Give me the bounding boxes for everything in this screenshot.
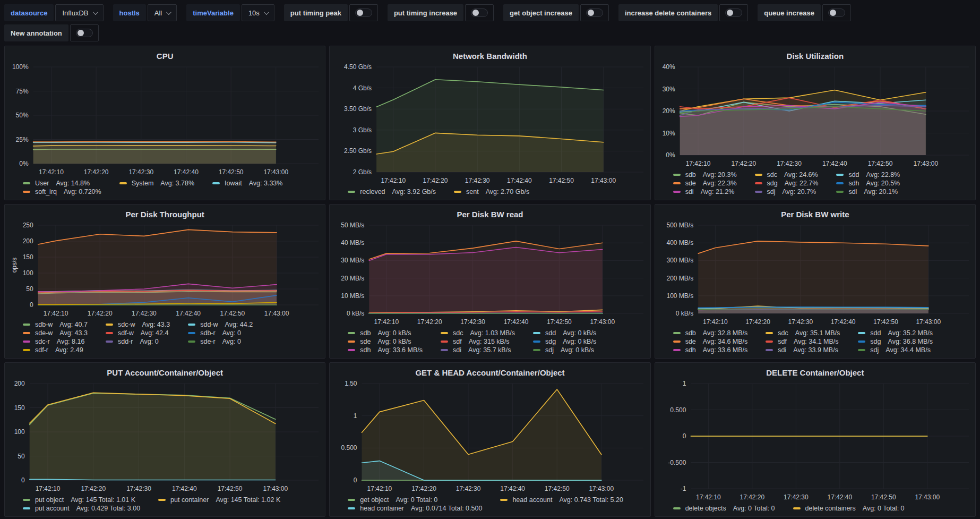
legend-item-sdb[interactable]: sdbAvg: 32.8 MB/s: [673, 329, 748, 337]
legend-item-sdb[interactable]: sdbAvg: 0 kB/s: [348, 329, 423, 337]
legend-item-sdd[interactable]: sddAvg: 35.2 MB/s: [858, 329, 933, 337]
legend-item-sdj[interactable]: sdjAvg: 20.7%: [755, 188, 819, 195]
legend-item-sdc[interactable]: sdcAvg: 35.1 MB/s: [766, 329, 840, 337]
control-get-object-increase: get object increase: [503, 4, 609, 21]
legend-item-sent[interactable]: sentAvg: 2.70 Gb/s: [454, 188, 529, 195]
legend-item-sdf[interactable]: sdfAvg: 34.1 MB/s: [766, 338, 840, 345]
series-label: sdc-w: [118, 321, 135, 328]
legend-item-sdc[interactable]: sdcAvg: 1.03 MB/s: [441, 329, 515, 337]
svg-text:17:43:00: 17:43:00: [916, 318, 941, 326]
panel-title[interactable]: Per Disk BW write: [660, 208, 970, 220]
series-stats: Avg: 145 Total: 1.01 K: [71, 496, 135, 504]
legend-item-sdc[interactable]: sdcAvg: 24.6%: [755, 171, 819, 178]
legend-item-iowait[interactable]: IowaitAvg: 3.33%: [212, 180, 282, 187]
legend-item-sdd-w[interactable]: sdd-wAvg: 44.2: [188, 321, 253, 328]
control-put-timing-peak: put timing peak: [284, 4, 378, 21]
svg-text:17:42:40: 17:42:40: [174, 168, 199, 176]
legend-item-put-container[interactable]: put containerAvg: 145 Total: 1.02 K: [158, 496, 280, 504]
time-series-chart[interactable]: -1-0.50000.500117:42:1017:42:2017:42:301…: [660, 378, 970, 504]
toggle-switch-increase-delete-containers[interactable]: [719, 4, 748, 21]
legend-item-sde-w[interactable]: sde-wAvg: 43.3: [23, 329, 88, 337]
legend-item-head-container[interactable]: head containerAvg: 0.0714 Total: 0.500: [348, 505, 482, 512]
legend-item-sdd[interactable]: sddAvg: 0 kB/s: [533, 329, 596, 337]
legend-item-sdh[interactable]: sdhAvg: 33.6 MB/s: [673, 346, 748, 354]
legend-item-user[interactable]: UserAvg: 14.8%: [23, 180, 101, 187]
toggle-switch-put-timing-increase[interactable]: [465, 4, 494, 21]
legend-item-sdb[interactable]: sdbAvg: 20.3%: [673, 171, 737, 178]
legend-item-sdh[interactable]: sdhAvg: 20.5%: [836, 180, 900, 187]
toggle-switch-put-timing-peak[interactable]: [349, 4, 378, 21]
panel-title[interactable]: DELETE Container/Object: [660, 366, 970, 378]
panel-title[interactable]: Per Disk BW read: [335, 208, 644, 220]
panel-title[interactable]: CPU: [10, 49, 320, 62]
legend-item-sdj[interactable]: sdjAvg: 34.4 MB/s: [858, 346, 933, 354]
legend-item-sdi[interactable]: sdiAvg: 33.9 MB/s: [766, 346, 840, 354]
toggle-switch-queue-increase[interactable]: [822, 4, 851, 21]
series-stats: Avg: 0.0714 Total: 0.500: [411, 505, 482, 512]
svg-text:17:43:00: 17:43:00: [264, 310, 289, 317]
panel-title[interactable]: Disk Utilization: [660, 49, 970, 62]
variable-value-timevariable[interactable]: 10s: [242, 4, 274, 21]
legend-item-get-object[interactable]: get objectAvg: 0 Total: 0: [348, 496, 482, 504]
legend-item-sdf-r[interactable]: sdf-rAvg: 2.49: [23, 346, 88, 354]
time-series-chart[interactable]: 05010015020017:42:1017:42:2017:42:3017:4…: [10, 378, 320, 495]
legend-item-recieved[interactable]: recievedAvg: 3.92 Gb/s: [348, 188, 436, 195]
legend-item-put-object[interactable]: put objectAvg: 145 Total: 1.01 K: [23, 496, 140, 504]
panel-title[interactable]: PUT Account/Container/Object: [10, 366, 320, 378]
panel-title[interactable]: Per Disk Throughput: [10, 208, 320, 220]
legend-item-sdb-r[interactable]: sdb-rAvg: 0: [188, 329, 253, 337]
legend-item-sde[interactable]: sdeAvg: 34.6 MB/s: [673, 338, 748, 345]
legend-item-put-account[interactable]: put accountAvg: 0.429 Total: 3.00: [23, 505, 140, 512]
legend-item-sdc-r[interactable]: sdc-rAvg: 8.16: [23, 338, 88, 345]
legend-item-sdf-w[interactable]: sdf-wAvg: 42.4: [106, 329, 170, 337]
toggle-switch-get-object-increase[interactable]: [580, 4, 609, 21]
legend-item-delete-objects[interactable]: delete objectsAvg: 0 Total: 0: [673, 505, 775, 512]
legend-item-sdl[interactable]: sdlAvg: 20.1%: [836, 188, 900, 195]
variable-value-hostls[interactable]: All: [148, 4, 177, 21]
panel-title[interactable]: Network Bandwidth: [335, 49, 644, 62]
time-series-chart[interactable]: 2 Gb/s2.50 Gb/s3 Gb/s3.50 Gb/s4 Gb/s4.50…: [335, 62, 644, 187]
time-series-chart[interactable]: 0 kB/s100 MB/s200 MB/s300 MB/s400 MB/s50…: [660, 220, 970, 328]
legend-item-sdg[interactable]: sdgAvg: 22.7%: [755, 180, 819, 187]
toggle-switch-new-annotation[interactable]: [70, 24, 99, 41]
series-label: Iowait: [225, 180, 242, 187]
chevron-down-icon: [264, 10, 269, 15]
legend-item-sde[interactable]: sdeAvg: 0 kB/s: [348, 338, 423, 345]
time-series-chart[interactable]: 0%25%50%75%100%17:42:1017:42:2017:42:301…: [10, 62, 320, 178]
toggle-label-increase-delete-containers: increase delete containers: [618, 4, 718, 21]
time-series-chart[interactable]: 0 kB/s10 MB/s20 MB/s30 MB/s40 MB/s50 MB/…: [335, 220, 644, 328]
svg-text:100 MB/s: 100 MB/s: [666, 292, 693, 300]
series-stats: Avg: 315 kB/s: [469, 338, 510, 345]
series-stats: Avg: 0: [222, 338, 241, 345]
time-series-chart[interactable]: 05010015020025017:42:1017:42:2017:42:301…: [10, 220, 320, 320]
legend-item-sdb-w[interactable]: sdb-wAvg: 40.7: [23, 321, 88, 328]
legend-item-sdd[interactable]: sddAvg: 22.8%: [836, 171, 900, 178]
legend-item-sde-r[interactable]: sde-rAvg: 0: [188, 338, 253, 345]
legend-item-system[interactable]: SystemAvg: 3.78%: [119, 180, 194, 187]
legend-item-soft-irq[interactable]: soft_irqAvg: 0.720%: [23, 188, 101, 195]
legend-item-sdd-r[interactable]: sdd-rAvg: 0: [106, 338, 170, 345]
variable-value-datasource[interactable]: InfluxDB: [55, 4, 103, 21]
svg-text:17:43:00: 17:43:00: [590, 318, 615, 326]
legend-item-sde[interactable]: sdeAvg: 22.3%: [673, 180, 737, 187]
legend-item-sdi[interactable]: sdiAvg: 21.2%: [673, 188, 737, 195]
legend-item-sdh[interactable]: sdhAvg: 33.6 MB/s: [348, 346, 423, 354]
series-stats: Avg: 0: [222, 329, 241, 337]
time-series-chart[interactable]: 0%10%20%30%40%17:42:1017:42:2017:42:3017…: [660, 62, 970, 170]
legend-item-delete-containers[interactable]: delete containersAvg: 0 Total: 0: [793, 505, 905, 512]
legend-item-sdf[interactable]: sdfAvg: 315 kB/s: [441, 338, 515, 345]
legend-item-sdg[interactable]: sdgAvg: 36.8 MB/s: [858, 338, 933, 345]
svg-text:200: 200: [14, 380, 25, 387]
svg-text:17:42:50: 17:42:50: [867, 160, 892, 167]
series-stats: Avg: 43.3: [59, 329, 88, 337]
legend-item-sdg[interactable]: sdgAvg: 0 kB/s: [533, 338, 596, 345]
legend-item-sdj[interactable]: sdjAvg: 0 kB/s: [533, 346, 596, 354]
panel-title[interactable]: GET & HEAD Account/Container/Object: [335, 366, 644, 378]
legend-item-sdi[interactable]: sdiAvg: 35.7 kB/s: [441, 346, 515, 354]
legend-item-head-account[interactable]: head accountAvg: 0.743 Total: 5.20: [500, 496, 623, 504]
series-label: sdh: [685, 346, 696, 354]
svg-text:17:42:10: 17:42:10: [703, 318, 728, 326]
time-series-chart[interactable]: 00.50011.5017:42:1017:42:2017:42:3017:42…: [335, 378, 644, 495]
series-stats: Avg: 35.7 kB/s: [468, 346, 511, 354]
legend-item-sdc-w[interactable]: sdc-wAvg: 43.3: [106, 321, 170, 328]
